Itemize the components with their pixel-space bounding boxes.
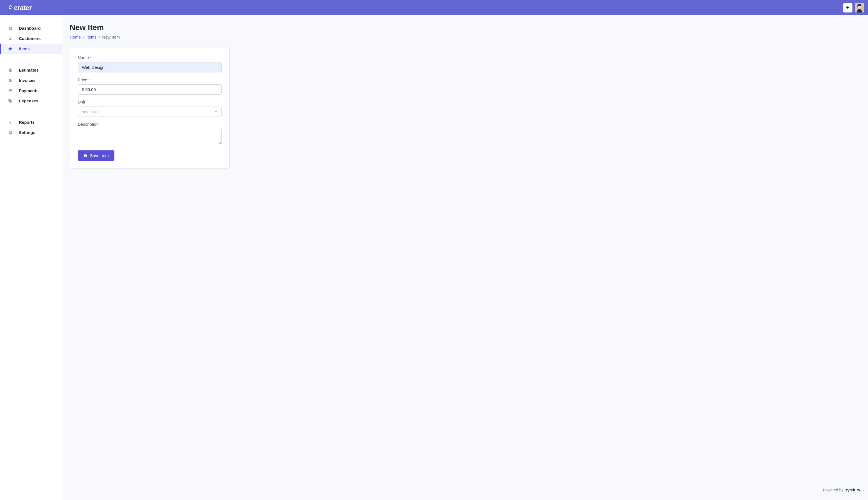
document-icon bbox=[8, 68, 13, 72]
sidebar-item-items[interactable]: Items bbox=[0, 44, 62, 54]
star-icon bbox=[8, 47, 13, 51]
sidebar-group-main: Dashboard Customers Items bbox=[0, 23, 62, 54]
main-content: New Item Home / Items / New Item Name * bbox=[62, 15, 868, 500]
sidebar-item-label: Dashboard bbox=[19, 26, 41, 31]
footer-company[interactable]: Bytefury bbox=[844, 488, 860, 492]
sidebar-item-label: Settings bbox=[19, 130, 35, 135]
powered-by-text: Powered by bbox=[823, 488, 844, 492]
logo-icon bbox=[8, 4, 13, 12]
chart-icon bbox=[8, 120, 13, 125]
sidebar-item-label: Reports bbox=[19, 120, 35, 125]
sidebar-item-reports[interactable]: Reports bbox=[0, 117, 62, 127]
required-indicator: * bbox=[90, 55, 92, 60]
sidebar-item-label: Customers bbox=[19, 36, 41, 41]
unit-label: Unit bbox=[78, 100, 222, 104]
sidebar-item-expenses[interactable]: Expenses bbox=[0, 96, 62, 106]
user-icon bbox=[8, 37, 13, 41]
form-group-price: Price * bbox=[78, 77, 222, 95]
sidebar-item-label: Items bbox=[19, 46, 30, 51]
description-textarea[interactable] bbox=[78, 129, 222, 144]
sidebar-item-payments[interactable]: Payments bbox=[0, 86, 62, 96]
form-group-description: Description bbox=[78, 122, 222, 145]
form-card: Name * Price * Unit se bbox=[70, 47, 230, 169]
sidebar-item-estimates[interactable]: Estimates bbox=[0, 65, 62, 75]
unit-select[interactable]: select unit ▼ bbox=[78, 106, 222, 117]
form-group-unit: Unit select unit ▼ bbox=[78, 100, 222, 117]
description-label: Description bbox=[78, 122, 222, 126]
sidebar-item-label: Payments bbox=[19, 88, 38, 93]
gear-icon bbox=[8, 130, 13, 135]
sidebar-item-label: Invoices bbox=[19, 78, 35, 83]
logo-text: crater bbox=[14, 4, 32, 12]
app-logo[interactable]: crater bbox=[8, 4, 32, 12]
sidebar-item-label: Expenses bbox=[19, 99, 38, 103]
save-button-label: Save Item bbox=[90, 153, 109, 158]
sidebar-item-invoices[interactable]: Invoices bbox=[0, 75, 62, 86]
name-input[interactable] bbox=[78, 62, 222, 72]
unit-placeholder: select unit bbox=[82, 109, 101, 114]
credit-card-icon bbox=[8, 89, 13, 93]
breadcrumb-separator: / bbox=[99, 35, 100, 39]
breadcrumb-items[interactable]: Items bbox=[86, 35, 97, 39]
footer: Powered by Bytefury bbox=[70, 485, 860, 492]
required-indicator: * bbox=[88, 77, 90, 82]
user-avatar[interactable] bbox=[855, 3, 864, 12]
sidebar-item-dashboard[interactable]: Dashboard bbox=[0, 23, 62, 33]
tag-icon bbox=[8, 99, 13, 103]
save-button[interactable]: Save Item bbox=[78, 150, 114, 161]
form-group-name: Name * bbox=[78, 55, 222, 72]
sidebar-group-system: Reports Settings bbox=[0, 117, 62, 138]
header-actions: + bbox=[843, 3, 864, 12]
sidebar-group-billing: Estimates Invoices Payments Expenses bbox=[0, 65, 62, 106]
breadcrumb-separator: / bbox=[83, 35, 84, 39]
app-header: crater + bbox=[0, 0, 868, 15]
dashboard-icon bbox=[8, 26, 13, 31]
sidebar-item-settings[interactable]: Settings bbox=[0, 127, 62, 138]
add-button[interactable]: + bbox=[843, 3, 853, 12]
file-invoice-icon bbox=[8, 78, 13, 83]
breadcrumb: Home / Items / New Item bbox=[70, 35, 860, 39]
page-title: New Item bbox=[70, 23, 860, 32]
sidebar-item-customers[interactable]: Customers bbox=[0, 33, 62, 44]
sidebar: Dashboard Customers Items Estima bbox=[0, 15, 62, 500]
chevron-down-icon: ▼ bbox=[215, 110, 218, 113]
save-icon bbox=[83, 154, 87, 158]
breadcrumb-home[interactable]: Home bbox=[70, 35, 81, 39]
plus-icon: + bbox=[846, 4, 849, 11]
breadcrumb-current: New Item bbox=[102, 35, 120, 39]
price-label: Price * bbox=[78, 77, 222, 82]
price-input[interactable] bbox=[78, 84, 222, 95]
name-label: Name * bbox=[78, 55, 222, 60]
sidebar-item-label: Estimates bbox=[19, 68, 38, 72]
